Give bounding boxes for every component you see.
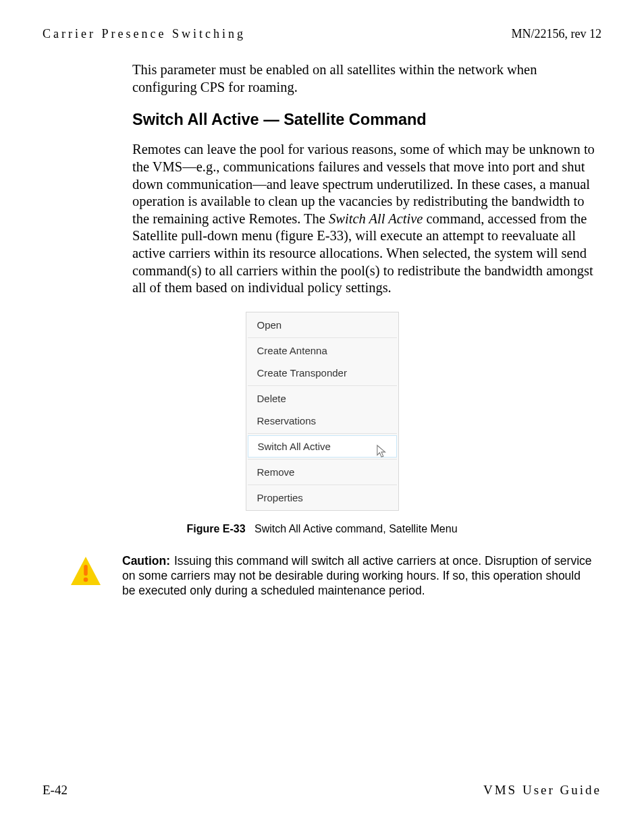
main-paragraph: Remotes can leave the pool for various r… [132,141,595,297]
menu-item-switch-all-active-label: Switch All Active [258,441,331,452]
switch-all-active-term: Switch All Active [329,211,423,226]
svg-rect-1 [84,565,88,576]
menu-item-reservations[interactable]: Reservations [246,410,398,432]
menu-item-delete[interactable]: Delete [246,387,398,410]
menu-separator [248,459,397,460]
section-heading: Switch All Active — Satellite Command [132,111,595,129]
caution-text: Issuing this command will switch all act… [122,554,592,597]
menu-item-remove[interactable]: Remove [246,461,398,483]
menu-item-open[interactable]: Open [246,314,398,336]
footer-page-number: E-42 [43,783,68,798]
intro-paragraph: This parameter must be enabled on all sa… [132,61,595,96]
menu-separator [248,385,397,386]
satellite-context-menu: Open Create Antenna Create Transponder D… [246,312,399,511]
menu-item-properties[interactable]: Properties [246,487,398,509]
svg-point-2 [84,578,88,582]
figure-caption-text: Switch All Active command, Satellite Men… [254,523,458,534]
header-section-title: Carrier Presence Switching [43,27,246,41]
menu-item-create-antenna[interactable]: Create Antenna [246,339,398,362]
menu-item-create-transponder[interactable]: Create Transponder [246,362,398,384]
menu-item-switch-all-active[interactable]: Switch All Active [248,435,397,458]
menu-separator [248,485,397,485]
caution-text-wrap: Caution:Issuing this command will switch… [122,554,595,599]
caution-block: Caution:Issuing this command will switch… [70,554,595,599]
page-footer: E-42 VMS User Guide [43,783,601,798]
page-header: Carrier Presence Switching MN/22156, rev… [43,27,601,41]
figure-caption: Figure E-33 Switch All Active command, S… [43,523,601,535]
menu-separator [248,433,397,434]
warning-icon [70,555,102,588]
cursor-icon [376,444,388,459]
figure-label: Figure E-33 [186,523,245,534]
header-doc-id: MN/22156, rev 12 [512,27,602,41]
caution-label: Caution: [122,554,170,568]
footer-doc-title: VMS User Guide [483,783,601,798]
menu-separator [248,337,397,338]
